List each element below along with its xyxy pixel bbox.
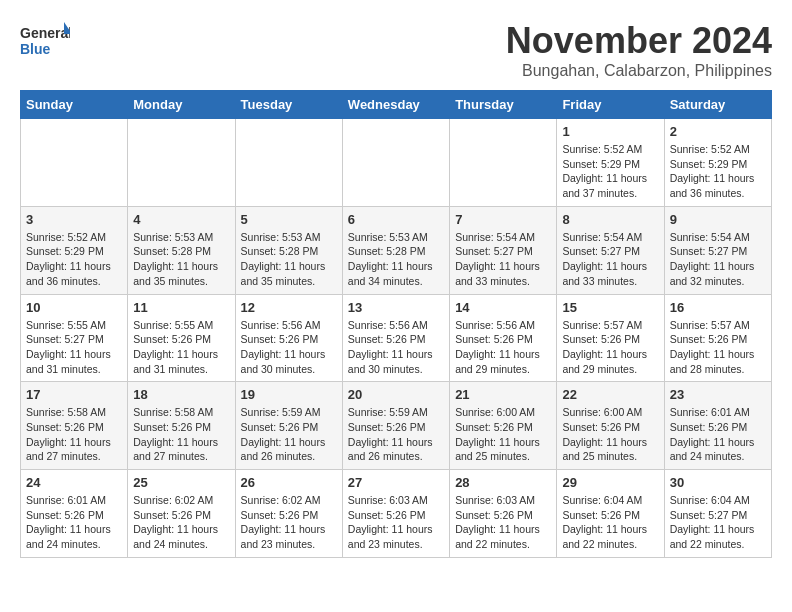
day-info: Sunrise: 6:03 AM Sunset: 5:26 PM Dayligh… bbox=[455, 493, 551, 552]
logo: General Blue bbox=[20, 20, 70, 60]
calendar-cell: 24Sunrise: 6:01 AM Sunset: 5:26 PM Dayli… bbox=[21, 470, 128, 558]
day-info: Sunrise: 5:53 AM Sunset: 5:28 PM Dayligh… bbox=[241, 230, 337, 289]
calendar-cell: 25Sunrise: 6:02 AM Sunset: 5:26 PM Dayli… bbox=[128, 470, 235, 558]
calendar-cell: 23Sunrise: 6:01 AM Sunset: 5:26 PM Dayli… bbox=[664, 382, 771, 470]
weekday-header: Friday bbox=[557, 91, 664, 119]
weekday-header: Saturday bbox=[664, 91, 771, 119]
calendar-cell: 30Sunrise: 6:04 AM Sunset: 5:27 PM Dayli… bbox=[664, 470, 771, 558]
day-info: Sunrise: 6:02 AM Sunset: 5:26 PM Dayligh… bbox=[133, 493, 229, 552]
calendar-cell: 13Sunrise: 5:56 AM Sunset: 5:26 PM Dayli… bbox=[342, 294, 449, 382]
day-number: 14 bbox=[455, 300, 551, 315]
day-info: Sunrise: 6:01 AM Sunset: 5:26 PM Dayligh… bbox=[670, 405, 766, 464]
day-info: Sunrise: 5:53 AM Sunset: 5:28 PM Dayligh… bbox=[133, 230, 229, 289]
day-number: 3 bbox=[26, 212, 122, 227]
svg-text:General: General bbox=[20, 25, 70, 41]
calendar-cell: 5Sunrise: 5:53 AM Sunset: 5:28 PM Daylig… bbox=[235, 206, 342, 294]
calendar-cell: 19Sunrise: 5:59 AM Sunset: 5:26 PM Dayli… bbox=[235, 382, 342, 470]
calendar-cell bbox=[128, 119, 235, 207]
day-info: Sunrise: 5:58 AM Sunset: 5:26 PM Dayligh… bbox=[133, 405, 229, 464]
weekday-header: Thursday bbox=[450, 91, 557, 119]
day-number: 11 bbox=[133, 300, 229, 315]
day-number: 6 bbox=[348, 212, 444, 227]
calendar-cell: 15Sunrise: 5:57 AM Sunset: 5:26 PM Dayli… bbox=[557, 294, 664, 382]
day-info: Sunrise: 6:00 AM Sunset: 5:26 PM Dayligh… bbox=[562, 405, 658, 464]
calendar-cell bbox=[342, 119, 449, 207]
day-info: Sunrise: 5:57 AM Sunset: 5:26 PM Dayligh… bbox=[562, 318, 658, 377]
calendar-cell: 6Sunrise: 5:53 AM Sunset: 5:28 PM Daylig… bbox=[342, 206, 449, 294]
calendar-cell: 7Sunrise: 5:54 AM Sunset: 5:27 PM Daylig… bbox=[450, 206, 557, 294]
day-number: 20 bbox=[348, 387, 444, 402]
calendar-cell: 17Sunrise: 5:58 AM Sunset: 5:26 PM Dayli… bbox=[21, 382, 128, 470]
day-info: Sunrise: 6:00 AM Sunset: 5:26 PM Dayligh… bbox=[455, 405, 551, 464]
month-title: November 2024 bbox=[506, 20, 772, 62]
day-number: 8 bbox=[562, 212, 658, 227]
calendar-cell: 11Sunrise: 5:55 AM Sunset: 5:26 PM Dayli… bbox=[128, 294, 235, 382]
day-number: 26 bbox=[241, 475, 337, 490]
day-info: Sunrise: 5:56 AM Sunset: 5:26 PM Dayligh… bbox=[348, 318, 444, 377]
day-number: 30 bbox=[670, 475, 766, 490]
calendar-cell: 26Sunrise: 6:02 AM Sunset: 5:26 PM Dayli… bbox=[235, 470, 342, 558]
day-info: Sunrise: 6:01 AM Sunset: 5:26 PM Dayligh… bbox=[26, 493, 122, 552]
svg-text:Blue: Blue bbox=[20, 41, 51, 57]
day-info: Sunrise: 5:59 AM Sunset: 5:26 PM Dayligh… bbox=[348, 405, 444, 464]
title-block: November 2024 Bungahan, Calabarzon, Phil… bbox=[506, 20, 772, 80]
day-number: 24 bbox=[26, 475, 122, 490]
day-info: Sunrise: 5:54 AM Sunset: 5:27 PM Dayligh… bbox=[670, 230, 766, 289]
weekday-header: Wednesday bbox=[342, 91, 449, 119]
logo-svg: General Blue bbox=[20, 20, 70, 60]
day-number: 16 bbox=[670, 300, 766, 315]
day-info: Sunrise: 5:55 AM Sunset: 5:27 PM Dayligh… bbox=[26, 318, 122, 377]
calendar-cell bbox=[21, 119, 128, 207]
weekday-header: Tuesday bbox=[235, 91, 342, 119]
calendar-cell: 12Sunrise: 5:56 AM Sunset: 5:26 PM Dayli… bbox=[235, 294, 342, 382]
calendar-cell: 29Sunrise: 6:04 AM Sunset: 5:26 PM Dayli… bbox=[557, 470, 664, 558]
day-info: Sunrise: 5:52 AM Sunset: 5:29 PM Dayligh… bbox=[562, 142, 658, 201]
day-info: Sunrise: 5:53 AM Sunset: 5:28 PM Dayligh… bbox=[348, 230, 444, 289]
day-number: 28 bbox=[455, 475, 551, 490]
calendar-table: SundayMondayTuesdayWednesdayThursdayFrid… bbox=[20, 90, 772, 558]
calendar-cell: 10Sunrise: 5:55 AM Sunset: 5:27 PM Dayli… bbox=[21, 294, 128, 382]
day-number: 2 bbox=[670, 124, 766, 139]
day-info: Sunrise: 5:55 AM Sunset: 5:26 PM Dayligh… bbox=[133, 318, 229, 377]
calendar-cell: 1Sunrise: 5:52 AM Sunset: 5:29 PM Daylig… bbox=[557, 119, 664, 207]
day-number: 5 bbox=[241, 212, 337, 227]
calendar-cell: 3Sunrise: 5:52 AM Sunset: 5:29 PM Daylig… bbox=[21, 206, 128, 294]
day-info: Sunrise: 5:57 AM Sunset: 5:26 PM Dayligh… bbox=[670, 318, 766, 377]
day-number: 9 bbox=[670, 212, 766, 227]
day-info: Sunrise: 6:02 AM Sunset: 5:26 PM Dayligh… bbox=[241, 493, 337, 552]
calendar-cell: 9Sunrise: 5:54 AM Sunset: 5:27 PM Daylig… bbox=[664, 206, 771, 294]
day-number: 23 bbox=[670, 387, 766, 402]
page-header: General Blue November 2024 Bungahan, Cal… bbox=[20, 20, 772, 80]
calendar-cell: 2Sunrise: 5:52 AM Sunset: 5:29 PM Daylig… bbox=[664, 119, 771, 207]
day-info: Sunrise: 5:56 AM Sunset: 5:26 PM Dayligh… bbox=[241, 318, 337, 377]
day-number: 29 bbox=[562, 475, 658, 490]
calendar-cell: 27Sunrise: 6:03 AM Sunset: 5:26 PM Dayli… bbox=[342, 470, 449, 558]
calendar-cell: 22Sunrise: 6:00 AM Sunset: 5:26 PM Dayli… bbox=[557, 382, 664, 470]
calendar-cell bbox=[235, 119, 342, 207]
day-number: 13 bbox=[348, 300, 444, 315]
day-number: 25 bbox=[133, 475, 229, 490]
day-number: 1 bbox=[562, 124, 658, 139]
day-number: 12 bbox=[241, 300, 337, 315]
day-info: Sunrise: 6:04 AM Sunset: 5:27 PM Dayligh… bbox=[670, 493, 766, 552]
day-number: 27 bbox=[348, 475, 444, 490]
day-info: Sunrise: 5:58 AM Sunset: 5:26 PM Dayligh… bbox=[26, 405, 122, 464]
day-info: Sunrise: 5:54 AM Sunset: 5:27 PM Dayligh… bbox=[562, 230, 658, 289]
day-number: 15 bbox=[562, 300, 658, 315]
calendar-cell: 14Sunrise: 5:56 AM Sunset: 5:26 PM Dayli… bbox=[450, 294, 557, 382]
calendar-cell: 16Sunrise: 5:57 AM Sunset: 5:26 PM Dayli… bbox=[664, 294, 771, 382]
day-info: Sunrise: 5:56 AM Sunset: 5:26 PM Dayligh… bbox=[455, 318, 551, 377]
day-number: 17 bbox=[26, 387, 122, 402]
day-number: 21 bbox=[455, 387, 551, 402]
calendar-cell: 20Sunrise: 5:59 AM Sunset: 5:26 PM Dayli… bbox=[342, 382, 449, 470]
location-title: Bungahan, Calabarzon, Philippines bbox=[506, 62, 772, 80]
day-number: 22 bbox=[562, 387, 658, 402]
day-info: Sunrise: 6:03 AM Sunset: 5:26 PM Dayligh… bbox=[348, 493, 444, 552]
calendar-cell: 21Sunrise: 6:00 AM Sunset: 5:26 PM Dayli… bbox=[450, 382, 557, 470]
calendar-cell: 8Sunrise: 5:54 AM Sunset: 5:27 PM Daylig… bbox=[557, 206, 664, 294]
day-number: 19 bbox=[241, 387, 337, 402]
day-info: Sunrise: 5:52 AM Sunset: 5:29 PM Dayligh… bbox=[26, 230, 122, 289]
calendar-cell: 18Sunrise: 5:58 AM Sunset: 5:26 PM Dayli… bbox=[128, 382, 235, 470]
day-info: Sunrise: 6:04 AM Sunset: 5:26 PM Dayligh… bbox=[562, 493, 658, 552]
day-info: Sunrise: 5:59 AM Sunset: 5:26 PM Dayligh… bbox=[241, 405, 337, 464]
